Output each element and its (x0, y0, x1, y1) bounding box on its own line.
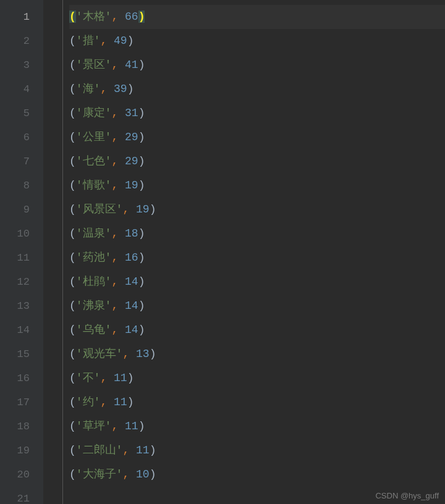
line-number: 7 (0, 149, 43, 174)
code-line[interactable]: ('风景区', 19) (69, 198, 445, 222)
line-number: 4 (0, 77, 43, 101)
line-number: 10 (0, 222, 43, 246)
comma: , (111, 155, 118, 167)
close-paren: ) (138, 251, 145, 264)
comma: , (111, 107, 118, 119)
line-number: 5 (0, 101, 43, 125)
line-number: 17 (0, 390, 43, 414)
code-line[interactable]: ('木格', 66) (69, 5, 445, 29)
code-line[interactable]: ('公里', 29) (69, 125, 445, 149)
close-paren: ) (138, 107, 145, 119)
code-line[interactable]: ('约', 11) (69, 390, 445, 414)
tuple-word: '草坪' (76, 420, 112, 432)
line-number: 11 (0, 246, 43, 270)
code-line[interactable]: ('草坪', 11) (69, 414, 445, 439)
watermark-text: CSDN @hys_guff (375, 491, 439, 500)
close-paren: ) (150, 203, 156, 216)
open-paren: ( (69, 372, 76, 384)
open-paren: ( (69, 300, 76, 312)
tuple-count: 66 (125, 10, 138, 23)
open-paren: ( (69, 155, 76, 167)
tuple-count: 10 (136, 468, 150, 481)
tuple-word: '沸泉' (76, 300, 112, 312)
code-line[interactable]: ('沸泉', 14) (69, 294, 445, 318)
line-number: 8 (0, 174, 43, 198)
line-number: 21 (0, 487, 43, 504)
tuple-word: '风景区' (76, 203, 123, 216)
open-paren: ( (69, 348, 76, 360)
close-paren: ) (127, 396, 134, 408)
open-paren: ( (69, 227, 76, 240)
code-line[interactable]: ('观光车', 13) (69, 342, 445, 366)
tuple-count: 11 (114, 372, 127, 384)
code-line[interactable]: ('杜鹃', 14) (69, 270, 445, 294)
close-paren: ) (138, 227, 145, 240)
tuple-count: 11 (136, 444, 150, 456)
tuple-word: '七色' (76, 155, 112, 167)
close-paren: ) (150, 468, 156, 481)
comma: , (122, 444, 129, 456)
comma: , (100, 396, 107, 408)
code-line[interactable]: ('不', 11) (69, 366, 445, 390)
code-line[interactable]: ('海', 39) (69, 77, 445, 101)
open-paren: ( (69, 131, 76, 143)
comma: , (111, 10, 118, 23)
tuple-word: '公里' (76, 131, 112, 143)
line-number-gutter: 123456789101112131415161718192021 (0, 0, 43, 504)
code-line[interactable]: ('措', 49) (69, 29, 445, 53)
tuple-count: 14 (125, 324, 138, 336)
tuple-word: '杜鹃' (76, 275, 112, 288)
comma: , (111, 131, 118, 143)
line-number: 9 (0, 198, 43, 222)
code-line[interactable]: ('情歌', 19) (69, 174, 445, 198)
gutter-divider (43, 0, 63, 504)
code-editor[interactable]: 123456789101112131415161718192021 ('木格',… (0, 0, 445, 504)
line-number: 6 (0, 125, 43, 149)
code-line[interactable]: ('药池', 16) (69, 246, 445, 270)
tuple-word: '约' (76, 396, 101, 408)
comma: , (111, 300, 118, 312)
open-paren: ( (69, 59, 76, 71)
code-line[interactable]: ('七色', 29) (69, 149, 445, 174)
comma: , (100, 35, 107, 47)
code-line[interactable]: ('景区', 41) (69, 53, 445, 77)
code-content-area[interactable]: ('木格', 66)('措', 49)('景区', 41)('海', 39)('… (63, 0, 445, 504)
comma: , (122, 203, 129, 216)
open-paren: ( (69, 444, 76, 456)
comma: , (122, 468, 129, 481)
line-number: 1 (0, 5, 43, 29)
line-number: 16 (0, 366, 43, 390)
code-line[interactable]: ('乌龟', 14) (69, 318, 445, 342)
comma: , (111, 227, 118, 240)
line-number: 12 (0, 270, 43, 294)
open-paren: ( (69, 203, 76, 216)
close-paren: ) (127, 372, 134, 384)
tuple-count: 49 (114, 35, 127, 47)
open-paren: ( (69, 107, 76, 119)
open-paren: ( (69, 275, 76, 288)
close-paren: ) (127, 83, 134, 95)
comma: , (111, 179, 118, 191)
open-paren: ( (69, 83, 76, 95)
open-paren: ( (69, 420, 76, 432)
close-paren: ) (138, 324, 145, 336)
tuple-count: 19 (125, 179, 138, 191)
open-paren: ( (69, 468, 76, 481)
comma: , (122, 348, 129, 360)
comma: , (111, 59, 118, 71)
code-line[interactable]: ('温泉', 18) (69, 222, 445, 246)
close-paren: ) (138, 420, 145, 432)
code-line[interactable]: ('二郎山', 11) (69, 439, 445, 463)
tuple-word: '药池' (76, 251, 112, 264)
code-line[interactable]: ('康定', 31) (69, 101, 445, 125)
line-number: 14 (0, 318, 43, 342)
tuple-word: '大海子' (76, 468, 123, 481)
close-paren: ) (138, 155, 145, 167)
tuple-word: '乌龟' (76, 324, 112, 336)
open-paren: ( (69, 10, 76, 23)
line-number: 19 (0, 439, 43, 463)
code-line[interactable]: ('大海子', 10) (69, 463, 445, 487)
open-paren: ( (69, 251, 76, 264)
tuple-word: '康定' (76, 107, 112, 119)
line-number: 13 (0, 294, 43, 318)
